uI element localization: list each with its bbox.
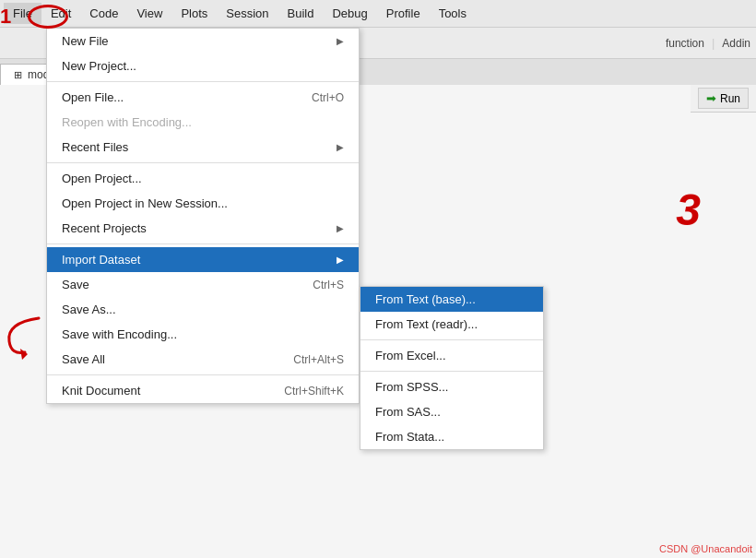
menu-item-new-project-label: New Project...: [62, 59, 344, 73]
submenu-item-from-excel[interactable]: From Excel...: [360, 343, 543, 368]
menu-session[interactable]: Session: [217, 3, 278, 24]
menu-edit[interactable]: Edit: [41, 3, 80, 24]
menu-item-open-file-label: Open File...: [62, 90, 293, 104]
menu-item-save-as-label: Save As...: [62, 303, 344, 316]
separator-3: [47, 243, 359, 244]
from-sas-label: From SAS...: [375, 405, 528, 419]
menu-item-open-project[interactable]: Open Project...: [47, 166, 359, 191]
from-text-readr-label: From Text (readr)...: [375, 317, 528, 331]
run-label: Run: [720, 92, 740, 105]
import-dataset-submenu: From Text (base)... From Text (readr)...…: [360, 286, 544, 450]
from-text-base-label: From Text (base)...: [375, 292, 528, 306]
menu-item-save-encoding-label: Save with Encoding...: [62, 327, 344, 341]
menu-item-new-file-label: New File: [62, 34, 337, 48]
menu-item-knit-document[interactable]: Knit Document Ctrl+Shift+K: [47, 378, 359, 403]
save-shortcut: Ctrl+S: [313, 279, 344, 291]
menubar: File Edit Code View Plots Session Build …: [0, 0, 756, 28]
recent-files-arrow-icon: ▶: [337, 142, 344, 152]
menu-view[interactable]: View: [127, 3, 171, 24]
tab-grid-icon: ⊞: [14, 69, 22, 81]
menu-debug[interactable]: Debug: [323, 3, 376, 24]
submenu-item-from-sas[interactable]: From SAS...: [360, 399, 543, 424]
knit-document-shortcut: Ctrl+Shift+K: [284, 385, 344, 398]
menu-item-import-dataset[interactable]: Import Dataset ▶: [47, 247, 359, 272]
menu-item-open-project-label: Open Project...: [62, 172, 344, 185]
save-all-shortcut: Ctrl+Alt+S: [293, 353, 344, 366]
menu-item-reopen-encoding: Reopen with Encoding...: [47, 110, 359, 135]
menu-item-new-file[interactable]: New File ▶: [47, 29, 359, 53]
menu-file[interactable]: File: [4, 3, 41, 24]
menu-item-recent-projects[interactable]: Recent Projects ▶: [47, 216, 359, 241]
menu-build[interactable]: Build: [278, 3, 324, 24]
submenu-item-from-stata[interactable]: From Stata...: [360, 424, 543, 449]
recent-projects-arrow-icon: ▶: [337, 223, 344, 233]
menu-item-save-label: Save: [62, 278, 294, 291]
watermark: CSDN @Unacandoit: [659, 543, 752, 554]
import-dataset-arrow-icon: ▶: [337, 255, 344, 265]
menu-item-recent-projects-label: Recent Projects: [62, 221, 337, 235]
menu-item-save-as[interactable]: Save As...: [47, 297, 359, 322]
menu-code[interactable]: Code: [80, 3, 127, 24]
from-stata-label: From Stata...: [375, 430, 528, 444]
open-file-shortcut: Ctrl+O: [312, 91, 344, 104]
function-label: function: [666, 37, 704, 50]
menu-profile[interactable]: Profile: [377, 3, 430, 24]
menu-item-save[interactable]: Save Ctrl+S: [47, 272, 359, 297]
separator-4: [47, 374, 359, 375]
menu-plots[interactable]: Plots: [171, 3, 217, 24]
new-file-arrow-icon: ▶: [337, 36, 344, 46]
menu-item-new-project[interactable]: New Project...: [47, 53, 359, 78]
separator-1: [47, 81, 359, 82]
submenu-item-from-spss[interactable]: From SPSS...: [360, 374, 543, 399]
menu-item-open-file[interactable]: Open File... Ctrl+O: [47, 85, 359, 110]
menu-item-save-all-label: Save All: [62, 352, 275, 366]
submenu-item-from-text-readr[interactable]: From Text (readr)...: [360, 312, 543, 337]
file-dropdown-menu: New File ▶ New Project... Open File... C…: [46, 28, 360, 404]
submenu-item-from-text-base[interactable]: From Text (base)...: [360, 287, 543, 312]
menu-item-save-encoding[interactable]: Save with Encoding...: [47, 322, 359, 347]
toolbar2: ➡ Run: [691, 85, 756, 113]
from-excel-label: From Excel...: [375, 349, 528, 362]
menu-item-save-all[interactable]: Save All Ctrl+Alt+S: [47, 347, 359, 372]
menu-tools[interactable]: Tools: [430, 3, 476, 24]
run-button[interactable]: ➡ Run: [698, 88, 749, 109]
menu-item-knit-document-label: Knit Document: [62, 384, 266, 398]
menu-item-open-project-new-session-label: Open Project in New Session...: [62, 196, 344, 210]
menu-item-recent-files-label: Recent Files: [62, 140, 337, 154]
addin-label: Addin: [722, 37, 750, 50]
toolbar-divider: |: [712, 36, 715, 50]
run-arrow-icon: ➡: [706, 91, 716, 105]
menu-item-recent-files[interactable]: Recent Files ▶: [47, 135, 359, 160]
from-spss-label: From SPSS...: [375, 380, 528, 394]
submenu-separator-1: [360, 339, 543, 340]
menu-item-import-dataset-label: Import Dataset: [62, 253, 337, 267]
menu-item-reopen-encoding-label: Reopen with Encoding...: [62, 115, 344, 129]
annotation-3: 3: [676, 184, 701, 235]
menu-item-open-project-new-session[interactable]: Open Project in New Session...: [47, 191, 359, 216]
submenu-separator-2: [360, 371, 543, 372]
separator-2: [47, 162, 359, 163]
